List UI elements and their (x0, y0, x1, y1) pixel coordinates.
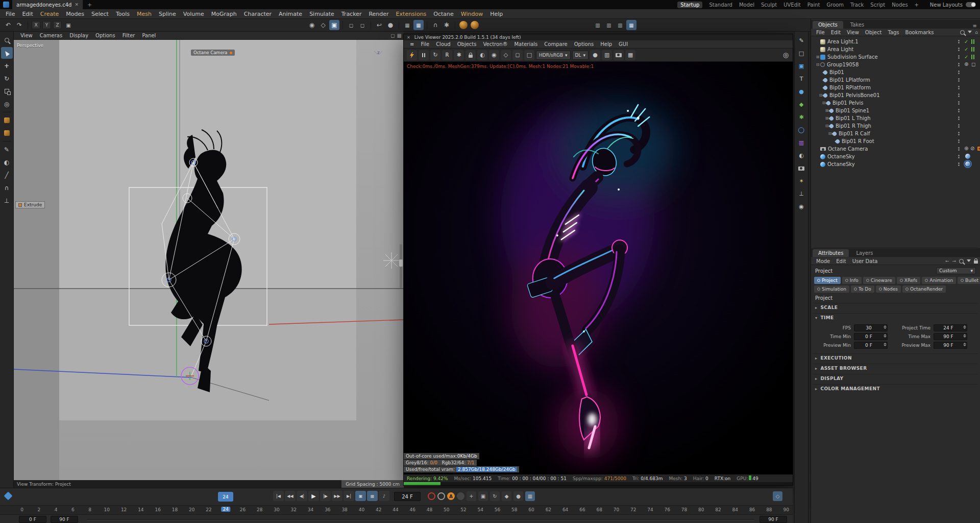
time-max-input[interactable] (934, 334, 967, 340)
lv-menu-file[interactable]: File (418, 41, 432, 47)
timeline-options-icon[interactable]: ◇ (773, 491, 782, 501)
am-menu-mode[interactable]: Mode (813, 258, 833, 264)
simulate-play-icon[interactable]: ◉ (307, 20, 317, 30)
layout-startup[interactable]: Startup (677, 2, 702, 8)
visibility-dots[interactable] (958, 154, 960, 159)
sky-tag-icon[interactable] (965, 154, 970, 159)
new-document-button[interactable]: + (83, 2, 96, 8)
fps-input[interactable] (854, 325, 887, 331)
menu-mograph[interactable]: MoGraph (208, 11, 240, 17)
lv-menu-help[interactable]: Help (597, 41, 615, 47)
live-render-toggle-icon[interactable] (407, 50, 417, 60)
camera-target-tag-icon[interactable]: ⊕ (964, 146, 968, 151)
tab-takes[interactable]: Takes (845, 21, 870, 29)
move-tool-icon[interactable]: + (1, 60, 13, 72)
menu-select[interactable]: Select (88, 11, 112, 17)
vp-maximize-icon[interactable]: ◻ (390, 33, 395, 38)
current-frame-knob[interactable]: 24 (218, 492, 233, 502)
ruler-frame-66[interactable]: 66 (579, 507, 585, 512)
ruler-frame-50[interactable]: 50 (444, 507, 449, 512)
viewport-slider[interactable] (400, 244, 402, 288)
stepper-icon[interactable] (963, 343, 966, 346)
expand-icon[interactable]: ⊞ (815, 55, 820, 59)
layout-panel-1-icon[interactable]: ▥ (593, 20, 603, 30)
tree-row-bip01-pelvis[interactable]: ⊟ Bip01 Pelvis (811, 99, 980, 107)
ruler-frame-84[interactable]: 84 (732, 507, 738, 512)
region-render-button[interactable]: R (442, 50, 452, 60)
focus-picker-icon[interactable]: ◉ (489, 50, 499, 60)
axis-y-button[interactable]: Y (42, 21, 51, 29)
autokey-button[interactable]: A (447, 492, 455, 500)
range-end-input[interactable] (760, 516, 787, 522)
enabled-check-icon[interactable]: ✓ (964, 39, 968, 44)
history-back-icon[interactable]: ← (945, 258, 949, 264)
preview-min-input[interactable] (854, 342, 887, 348)
ruler-frame-14[interactable]: 14 (138, 507, 143, 512)
field-icon[interactable]: ◯ (796, 125, 807, 136)
stepper-icon[interactable] (884, 334, 887, 338)
preview-range-track[interactable] (87, 519, 754, 520)
ruler-frame-26[interactable]: 26 (240, 507, 246, 512)
ruler-frame-32[interactable]: 32 (291, 507, 297, 512)
axis-tool-icon[interactable]: ⊥ (1, 195, 13, 206)
add-layout-button[interactable]: + (915, 2, 919, 8)
vp-menu-view[interactable]: View (17, 33, 36, 38)
time-max-field[interactable] (934, 333, 967, 340)
menu-mesh[interactable]: Mesh (133, 11, 155, 17)
close-icon[interactable]: ✕ (407, 35, 410, 40)
goto-end-button[interactable]: ▶| (344, 491, 354, 501)
close-tab-icon[interactable]: ✕ (75, 2, 79, 7)
ruler-frame-72[interactable]: 72 (630, 507, 636, 512)
tab-objects[interactable]: Objects (813, 21, 843, 29)
tab-cineware[interactable]: Cineware (863, 277, 895, 284)
axis-z-button[interactable]: Z (53, 21, 62, 29)
tab-project[interactable]: Project (814, 277, 841, 284)
ruler-frame-78[interactable]: 78 (681, 507, 687, 512)
ruler-frame-20[interactable]: 20 (189, 507, 194, 512)
vp-menu-display[interactable]: Display (66, 33, 92, 38)
simulation-icon[interactable]: ✱ (796, 112, 807, 123)
menu-character[interactable]: Character (240, 11, 275, 17)
ruler-frame-52[interactable]: 52 (460, 507, 466, 512)
range-start-max-input[interactable] (51, 516, 78, 522)
record-parameter-icon[interactable]: ◆ (502, 491, 511, 501)
world-coords-icon[interactable]: ▣ (63, 20, 74, 30)
ruler-frame-74[interactable]: 74 (647, 507, 653, 512)
tree-row-bip01-rplatform[interactable]: Bip01 RPlatform (811, 84, 980, 91)
tree-row-area-light-1[interactable]: Area Light.1 ✓ (811, 38, 980, 45)
rotate-tool-icon[interactable]: ↻ (1, 73, 13, 84)
ruler-frame-80[interactable]: 80 (698, 507, 704, 512)
filter-icon[interactable] (968, 31, 972, 33)
make-editable-icon[interactable]: ◇ (318, 20, 328, 30)
octane-camera-tag-icon[interactable] (977, 147, 980, 151)
layout-uvedit[interactable]: UVEdit (783, 2, 801, 8)
lock-resolution-icon[interactable] (465, 50, 476, 60)
visibility-dots[interactable] (958, 100, 960, 106)
loop-mode-icon[interactable]: ▦ (367, 491, 378, 501)
extrude-inner-tool-icon[interactable] (1, 127, 13, 139)
ruler-frame-82[interactable]: 82 (715, 507, 721, 512)
tab-layers[interactable]: Layers (850, 249, 878, 257)
corner-left-icon[interactable]: ◻ (346, 20, 356, 30)
menu-tracker[interactable]: Tracker (338, 11, 365, 17)
menu-help[interactable]: Help (486, 11, 506, 17)
ruler-frame-8[interactable]: 8 (88, 507, 91, 512)
clay-mode-icon[interactable]: ● (590, 50, 600, 60)
record-keyframe-button[interactable] (428, 492, 435, 500)
volume-icon[interactable]: ▥ (796, 137, 807, 149)
ruler-frame-0[interactable]: 0 (20, 507, 23, 512)
spline-pen-icon[interactable]: ✎ (796, 35, 807, 46)
preview-min-field[interactable] (854, 342, 888, 349)
menu-window[interactable]: Window (457, 11, 486, 17)
lv-menu-compare[interactable]: Compare (541, 41, 570, 47)
viewport-canvas[interactable]: Perspective z Octane Camera Extrude (14, 40, 404, 480)
tree-row-octane-camera[interactable]: Octane Camera ⊕ ⊘ (811, 145, 980, 153)
axis-tag-icon[interactable]: ⊕ (964, 61, 968, 67)
visibility-dots[interactable] (958, 161, 960, 167)
tree-row-bip01-pelvisbone01[interactable]: ⊟ Bip01 PelvisBone01 (811, 91, 980, 99)
layout-track[interactable]: Track (850, 2, 864, 8)
light-create-icon[interactable]: ✶ (796, 176, 807, 187)
tab-simulation[interactable]: Simulation (814, 286, 849, 293)
tree-row-bip01-l-thigh[interactable]: ⊞ Bip01 L Thigh (811, 114, 980, 122)
tab-bullet[interactable]: Bullet (958, 277, 980, 284)
